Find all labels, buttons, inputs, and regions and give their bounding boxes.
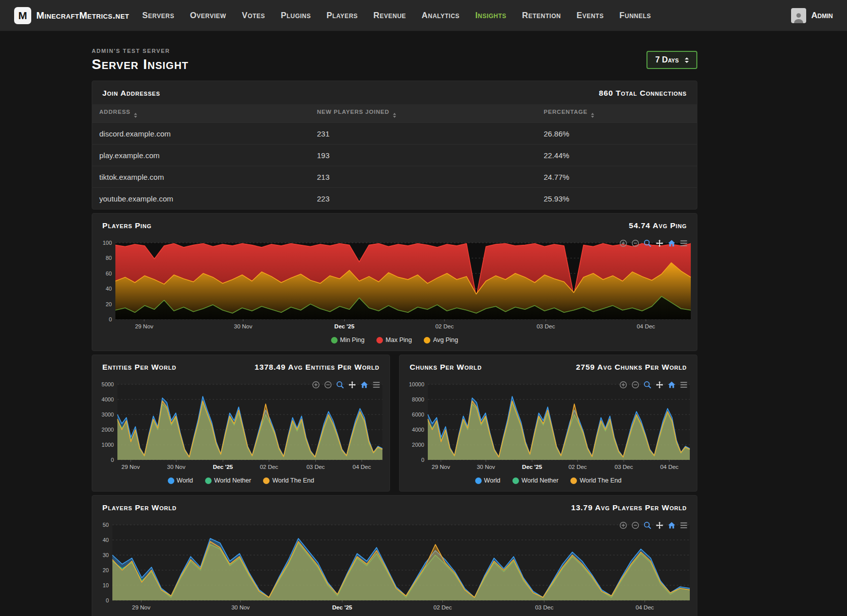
- legend-label: World The End: [579, 477, 621, 484]
- nav-item-overview[interactable]: Overview: [190, 11, 226, 20]
- home-icon[interactable]: [668, 381, 676, 389]
- menu-icon[interactable]: [680, 521, 688, 529]
- col-address[interactable]: Address: [92, 104, 310, 123]
- percentage-cell: 26.86%: [537, 123, 697, 145]
- players-ping-panel: Players Ping54.74 Avg Ping02040608010029…: [92, 213, 697, 351]
- sort-icon: [393, 113, 396, 118]
- entities-chart[interactable]: 01000200030004000500029 Nov30 NovDec '25…: [94, 379, 385, 473]
- svg-text:40: 40: [106, 286, 112, 292]
- legend-dot-icon: [331, 337, 338, 344]
- brand[interactable]: M MinecraftMetrics.net: [14, 7, 129, 24]
- box-zoom-icon[interactable]: [643, 239, 651, 247]
- svg-text:29 Nov: 29 Nov: [132, 604, 151, 610]
- menu-icon[interactable]: [372, 381, 380, 389]
- chart-title: Chunks Per World: [410, 363, 482, 372]
- nav-item-plugins[interactable]: Plugins: [281, 11, 311, 20]
- svg-text:1000: 1000: [102, 442, 114, 448]
- legend-item-world[interactable]: World: [164, 477, 197, 484]
- legend-item-world[interactable]: World: [471, 477, 504, 484]
- chevron-updown-icon: [685, 57, 689, 63]
- nav-item-funnels[interactable]: Funnels: [619, 11, 651, 20]
- players-per-world-panel: Players Per World13.79 Avg Players Per W…: [92, 495, 697, 616]
- user-menu[interactable]: Admin: [791, 8, 833, 23]
- svg-text:02 Dec: 02 Dec: [433, 604, 452, 610]
- legend-dot-icon: [512, 477, 519, 484]
- nav-item-analytics[interactable]: Analytics: [422, 11, 460, 20]
- svg-text:30 Nov: 30 Nov: [477, 464, 495, 470]
- svg-text:4000: 4000: [412, 427, 424, 433]
- svg-text:0: 0: [109, 316, 112, 322]
- legend-item-world-nether[interactable]: World Nether: [201, 477, 255, 484]
- col-percentage[interactable]: Percentage: [537, 104, 697, 123]
- legend-item-avg-ping[interactable]: Avg Ping: [420, 336, 462, 344]
- pan-icon[interactable]: [656, 521, 664, 529]
- legend-item-max-ping[interactable]: Max Ping: [372, 336, 416, 344]
- chart-title: Players Per World: [102, 503, 177, 512]
- home-icon[interactable]: [668, 521, 676, 529]
- svg-text:04 Dec: 04 Dec: [637, 323, 656, 329]
- address-cell: youtube.example.com: [92, 188, 310, 210]
- svg-text:3000: 3000: [102, 412, 114, 418]
- zoom-out-icon[interactable]: [324, 381, 332, 389]
- percentage-cell: 22.44%: [537, 145, 697, 166]
- svg-text:Dec '25: Dec '25: [213, 464, 233, 470]
- svg-text:29 Nov: 29 Nov: [432, 464, 450, 470]
- players-ping-chart[interactable]: 02040608010029 Nov30 NovDec '2502 Dec03 …: [94, 238, 693, 332]
- table-row: youtube.example.com22325.93%: [92, 188, 697, 210]
- legend-dot-icon: [570, 477, 577, 484]
- zoom-in-icon[interactable]: [312, 381, 320, 389]
- legend-item-world-the-end[interactable]: World The End: [259, 477, 318, 484]
- svg-text:29 Nov: 29 Nov: [135, 323, 154, 329]
- menu-icon[interactable]: [680, 381, 688, 389]
- svg-text:8000: 8000: [412, 396, 424, 402]
- zoom-in-icon[interactable]: [619, 239, 627, 247]
- svg-text:30 Nov: 30 Nov: [167, 464, 186, 470]
- home-icon[interactable]: [360, 381, 368, 389]
- period-selector[interactable]: 7 Days: [646, 51, 697, 69]
- nav-item-votes[interactable]: Votes: [242, 11, 265, 20]
- players-ping-chart-area: 02040608010029 Nov30 NovDec '2502 Dec03 …: [92, 237, 697, 332]
- menu-icon[interactable]: [680, 239, 688, 247]
- nav-item-retention[interactable]: Retention: [522, 11, 561, 20]
- col-new-players-joined[interactable]: New Players Joined: [310, 104, 537, 123]
- legend-label: World: [484, 477, 500, 484]
- chart-title: Players Ping: [102, 221, 152, 230]
- legend-item-min-ping[interactable]: Min Ping: [327, 336, 369, 344]
- svg-text:Dec '25: Dec '25: [522, 464, 542, 470]
- pan-icon[interactable]: [656, 239, 664, 247]
- legend-label: Min Ping: [340, 336, 365, 344]
- nav-item-players[interactable]: Players: [327, 11, 358, 20]
- legend-label: World Nether: [214, 477, 251, 484]
- zoom-out-icon[interactable]: [631, 381, 639, 389]
- chart-stat: 2759 Avg Chunks Per World: [576, 363, 687, 372]
- box-zoom-icon[interactable]: [643, 381, 651, 389]
- legend-dot-icon: [205, 477, 212, 484]
- zoom-out-icon[interactable]: [631, 521, 639, 529]
- zoom-out-icon[interactable]: [631, 239, 639, 247]
- nav-item-insights[interactable]: Insights: [475, 11, 506, 20]
- chunks-chart-area: 020004000600080001000029 Nov30 NovDec '2…: [400, 378, 697, 473]
- players-chart[interactable]: 0102030405029 Nov30 NovDec '2502 Dec03 D…: [94, 520, 693, 613]
- box-zoom-icon[interactable]: [643, 521, 651, 529]
- nav-item-servers[interactable]: Servers: [142, 11, 174, 20]
- chart-stat: 54.74 Avg Ping: [629, 221, 687, 230]
- sort-icon: [134, 113, 137, 118]
- nav-item-revenue[interactable]: Revenue: [373, 11, 406, 20]
- home-icon[interactable]: [668, 239, 676, 247]
- pan-icon[interactable]: [656, 381, 664, 389]
- svg-text:04 Dec: 04 Dec: [353, 464, 371, 470]
- legend-label: World The End: [272, 477, 314, 484]
- chart-title: Entities Per World: [102, 363, 176, 372]
- zoom-in-icon[interactable]: [619, 381, 627, 389]
- legend-item-world-the-end[interactable]: World The End: [566, 477, 625, 484]
- box-zoom-icon[interactable]: [336, 381, 344, 389]
- svg-text:03 Dec: 03 Dec: [615, 464, 633, 470]
- chunks-chart[interactable]: 020004000600080001000029 Nov30 NovDec '2…: [402, 379, 693, 473]
- nav-item-events[interactable]: Events: [576, 11, 604, 20]
- svg-text:50: 50: [103, 522, 109, 528]
- legend-item-world-nether[interactable]: World Nether: [508, 477, 562, 484]
- players-chart-area: 0102030405029 Nov30 NovDec '2502 Dec03 D…: [92, 519, 697, 613]
- joined-cell: 223: [310, 188, 537, 210]
- zoom-in-icon[interactable]: [619, 521, 627, 529]
- pan-icon[interactable]: [348, 381, 356, 389]
